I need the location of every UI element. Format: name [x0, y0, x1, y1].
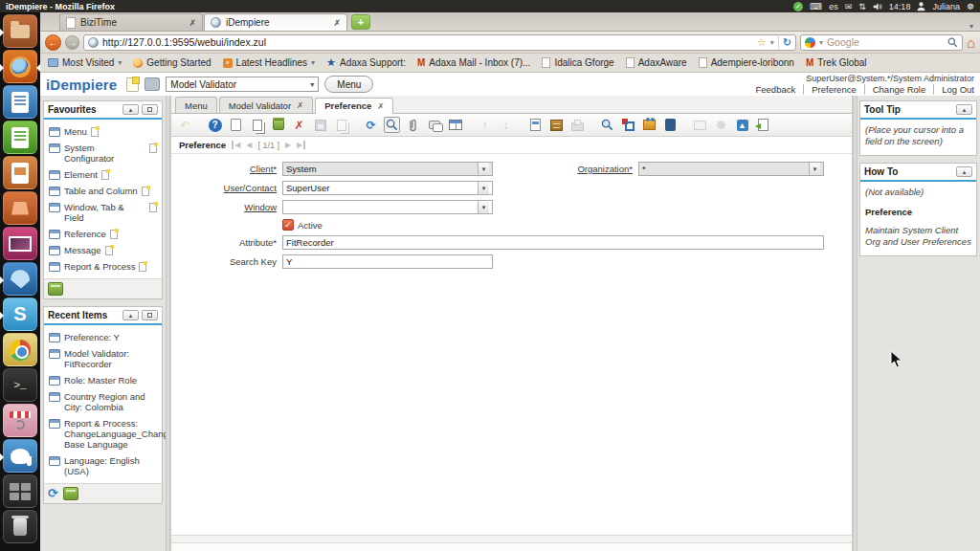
- archive-icon[interactable]: [548, 117, 565, 133]
- user-contact-combobox[interactable]: SuperUser ▾: [282, 181, 493, 195]
- new-record-icon[interactable]: [149, 143, 157, 153]
- report-icon[interactable]: [527, 117, 544, 133]
- favourite-item-report-process[interactable]: Report & Process: [47, 258, 159, 275]
- detach-panel-icon[interactable]: [142, 104, 158, 115]
- recent-item-model-validator[interactable]: Model Validator: FitRecorder: [47, 345, 159, 372]
- new-document-icon[interactable]: [126, 77, 139, 92]
- logout-link[interactable]: Log Out: [934, 84, 974, 95]
- chevron-down-icon[interactable]: ▾: [809, 163, 820, 175]
- chevron-down-icon[interactable]: ▾: [478, 182, 489, 194]
- collapse-panel-icon[interactable]: ▴: [122, 310, 139, 320]
- window-label[interactable]: Window: [171, 202, 277, 212]
- network-indicator-icon[interactable]: ⇅: [858, 2, 866, 11]
- new-record-icon[interactable]: [101, 170, 109, 180]
- recent-item-country-region[interactable]: Country Region and City: Colombia: [47, 388, 159, 415]
- workflow-icon[interactable]: [620, 117, 636, 133]
- launcher-libreoffice-impress-icon[interactable]: [3, 156, 37, 189]
- launcher-software-center-icon[interactable]: [3, 191, 37, 225]
- forward-button[interactable]: →: [65, 35, 79, 50]
- messaging-indicator-icon[interactable]: ✓: [793, 2, 803, 11]
- tab-preference[interactable]: Preference✗: [315, 98, 393, 114]
- favourite-item-reference[interactable]: Reference: [47, 226, 159, 242]
- search-icon[interactable]: [947, 37, 958, 48]
- attribute-input[interactable]: [282, 235, 824, 250]
- close-icon[interactable]: ✗: [377, 101, 384, 111]
- zoom-across-icon[interactable]: [599, 117, 615, 133]
- preference-link[interactable]: Preference: [804, 84, 864, 95]
- requests-icon[interactable]: [641, 117, 657, 133]
- home-button-icon[interactable]: ⌂: [967, 35, 975, 50]
- launcher-spring-app-icon[interactable]: [3, 404, 37, 437]
- browser-tab-idempiere[interactable]: iDempiere ✗: [204, 13, 347, 31]
- chat-icon[interactable]: [426, 117, 442, 133]
- launcher-postgresql-icon[interactable]: [3, 439, 37, 473]
- launcher-libreoffice-writer-icon[interactable]: [3, 85, 37, 119]
- attachment-icon[interactable]: [405, 117, 421, 133]
- open-folder-icon[interactable]: [145, 77, 160, 91]
- collapse-panel-icon[interactable]: ▴: [956, 104, 972, 115]
- favourite-item-system-configurator[interactable]: System Configurator: [47, 140, 159, 166]
- bookmark-adempiere-loribonn[interactable]: Adempiere-loribonn: [699, 57, 794, 68]
- change-role-link[interactable]: Change Role: [865, 84, 934, 95]
- url-text[interactable]: http://127.0.0.1:9595/webui/index.zul: [102, 36, 753, 48]
- new-record-icon[interactable]: [149, 203, 157, 212]
- bookmark-idalica-gforge[interactable]: Idalica Gforge: [542, 57, 613, 68]
- active-checkbox[interactable]: ✓: [282, 219, 294, 231]
- bookmark-adaxa-support[interactable]: ★Adaxa Support:: [326, 56, 406, 69]
- new-record-icon[interactable]: [91, 127, 99, 137]
- keyboard-layout-label[interactable]: es: [829, 2, 838, 11]
- organization-label[interactable]: Organization*: [499, 164, 633, 174]
- mail-indicator-icon[interactable]: ✉: [845, 2, 853, 11]
- favourite-item-window-tab-field[interactable]: Window, Tab & Field: [47, 199, 159, 226]
- bookmark-latest-headlines[interactable]: »Latest Headlines▾: [223, 57, 316, 68]
- export-icon[interactable]: ▲: [734, 117, 750, 133]
- new-record-icon[interactable]: [228, 117, 244, 133]
- new-record-icon[interactable]: [105, 246, 113, 255]
- launcher-thunderbird-icon[interactable]: [3, 262, 37, 296]
- delete-selection-icon[interactable]: ✗: [291, 117, 307, 133]
- session-menu-icon[interactable]: ☸: [967, 2, 974, 11]
- refresh-recent-icon[interactable]: ⟳: [48, 487, 58, 500]
- site-identity-icon[interactable]: [88, 37, 99, 48]
- launcher-firefox-icon[interactable]: [3, 50, 37, 83]
- chevron-down-icon[interactable]: ▾: [478, 163, 489, 175]
- help-icon[interactable]: ?: [207, 117, 223, 133]
- google-engine-icon[interactable]: [805, 37, 815, 48]
- feedback-link[interactable]: Feedback: [748, 84, 805, 95]
- recent-item-language[interactable]: Language: English (USA): [47, 452, 159, 479]
- client-combobox[interactable]: System ▾: [282, 162, 493, 176]
- tab-menu[interactable]: Menu: [175, 97, 217, 113]
- volume-icon[interactable]: [873, 2, 882, 11]
- end-window-icon[interactable]: [755, 117, 771, 133]
- launcher-workspace-switcher-icon[interactable]: [3, 474, 37, 508]
- launcher-trash-icon[interactable]: [3, 510, 37, 543]
- browser-tab-bizitime[interactable]: BiziTime ✗: [59, 13, 203, 31]
- new-tab-button[interactable]: +: [351, 14, 370, 30]
- copy-record-icon[interactable]: [249, 117, 265, 133]
- bookmark-most-visited[interactable]: Most Visited▾: [48, 57, 122, 68]
- launcher-image-viewer-icon[interactable]: [3, 227, 37, 260]
- requery-icon[interactable]: ⟳: [363, 117, 379, 133]
- south-panel[interactable]: [171, 535, 852, 543]
- bookmark-adaxaware[interactable]: AdaxAware: [626, 57, 687, 68]
- window-combobox[interactable]: ▾: [282, 200, 493, 214]
- bookmark-getting-started[interactable]: Getting Started: [133, 57, 211, 68]
- back-button[interactable]: ←: [45, 34, 61, 51]
- new-record-icon[interactable]: [110, 230, 118, 239]
- delete-recent-icon[interactable]: [63, 487, 78, 500]
- launcher-skype-icon[interactable]: S: [3, 298, 37, 331]
- session-user-label[interactable]: Juliana: [932, 2, 960, 11]
- recent-item-report-process[interactable]: Report & Process: ChangeLanguage_Change …: [47, 415, 159, 452]
- search-key-input[interactable]: [282, 254, 493, 269]
- list-all-tabs-icon[interactable]: ▾: [967, 22, 976, 31]
- chevron-down-icon[interactable]: ▾: [310, 80, 314, 89]
- url-dropdown-icon[interactable]: ▾: [770, 38, 774, 47]
- recent-item-preference[interactable]: Preference: Y: [47, 329, 159, 345]
- tab-close-icon[interactable]: ✗: [189, 18, 196, 28]
- search-box[interactable]: ▾ Google: [800, 34, 963, 51]
- collapse-panel-icon[interactable]: ▴: [956, 166, 972, 177]
- engine-dropdown-icon[interactable]: ▾: [819, 38, 823, 47]
- delete-favourite-icon[interactable]: [48, 282, 63, 296]
- bookmark-star-icon[interactable]: ☆: [757, 36, 767, 49]
- favourite-item-element[interactable]: Element: [47, 166, 159, 183]
